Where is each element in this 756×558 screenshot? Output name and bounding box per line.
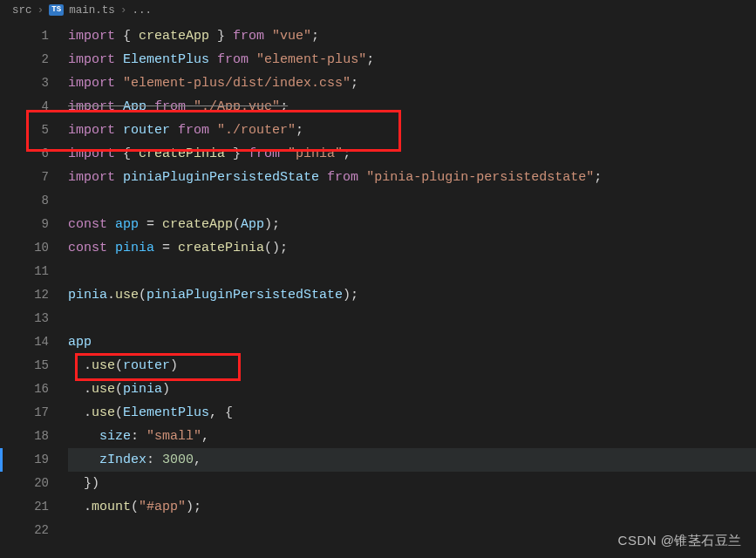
code-token	[115, 76, 123, 91]
code-token: 3000	[162, 453, 194, 467]
code-token: import	[68, 76, 115, 91]
code-token: .	[68, 358, 92, 373]
code-line[interactable]: .mount("#app");	[68, 495, 756, 519]
code-token: "element-plus/dist/index.css"	[123, 76, 351, 91]
code-token: :	[131, 429, 146, 444]
code-token: from	[233, 29, 264, 44]
code-token: (	[139, 288, 146, 303]
code-line[interactable]: .use(ElementPlus, {	[68, 401, 756, 425]
line-number: 4	[0, 95, 68, 119]
code-token	[68, 429, 99, 444]
line-number: 2	[0, 48, 68, 71]
code-token: {	[115, 29, 139, 44]
code-editor[interactable]: 12345678910111213141516171819202122 impo…	[0, 21, 756, 542]
code-line[interactable]: pinia.use(piniaPluginPersistedState);	[68, 283, 756, 307]
code-token: ;	[366, 52, 374, 67]
line-number: 3	[0, 71, 68, 95]
code-token: use	[115, 288, 139, 303]
code-token: import	[68, 99, 115, 114]
code-token: createApp	[139, 29, 209, 44]
ts-badge-icon: TS	[49, 4, 64, 16]
code-line[interactable]: .use(router)	[68, 354, 756, 378]
code-token: createPinia	[178, 241, 264, 255]
line-number: 7	[0, 166, 68, 189]
line-number: 12	[0, 283, 68, 307]
code-token	[115, 99, 123, 114]
breadcrumb[interactable]: src › TS main.ts › ...	[0, 0, 756, 21]
code-token: import	[68, 29, 115, 44]
code-token: import	[68, 52, 115, 67]
code-line[interactable]: import "element-plus/dist/index.css";	[68, 71, 756, 95]
line-number: 13	[0, 307, 68, 330]
line-number: 8	[0, 189, 68, 213]
code-area[interactable]: import { createApp } from "vue";import E…	[68, 24, 756, 542]
code-token: , {	[209, 405, 233, 420]
code-token	[115, 123, 123, 138]
code-token: (	[115, 358, 123, 373]
code-line[interactable]	[68, 260, 756, 283]
code-token: "pinia"	[288, 146, 343, 161]
code-token: ;	[296, 123, 303, 138]
breadcrumb-trail[interactable]: ...	[132, 4, 152, 17]
code-line[interactable]: const pinia = createPinia();	[68, 236, 756, 260]
chevron-right-icon: ›	[37, 3, 44, 17]
code-line[interactable]: .use(pinia)	[68, 378, 756, 401]
code-line[interactable]: import { createApp } from "vue";	[68, 24, 756, 48]
code-line[interactable]: const app = createApp(App);	[68, 213, 756, 236]
code-line[interactable]: import { createPinia } from "pinia";	[68, 142, 756, 166]
code-token: App	[123, 99, 146, 114]
code-line[interactable]: import router from "./router";	[68, 119, 756, 142]
code-token: createPinia	[139, 146, 225, 161]
code-token: ElementPlus	[123, 52, 209, 67]
code-line[interactable]: size: "small",	[68, 425, 756, 448]
code-token: router	[123, 358, 170, 373]
code-line[interactable]	[68, 307, 756, 330]
code-token: .	[107, 288, 115, 303]
code-line[interactable]: import App from "./App.vue";	[68, 95, 756, 119]
code-token: pinia	[68, 288, 107, 303]
code-line[interactable]	[68, 189, 756, 213]
line-number: 17	[0, 401, 68, 425]
code-line[interactable]: zIndex: 3000,	[68, 448, 756, 472]
code-token	[209, 52, 217, 67]
breadcrumb-folder[interactable]: src	[12, 4, 32, 17]
code-token: })	[68, 476, 99, 491]
code-token: use	[92, 382, 115, 397]
code-token	[107, 217, 115, 232]
code-token: const	[68, 217, 107, 232]
code-token: createApp	[162, 217, 233, 232]
code-token	[68, 453, 99, 467]
code-token: (	[115, 405, 123, 420]
code-token: "./App.vue"	[194, 99, 280, 114]
code-token: mount	[92, 500, 131, 514]
code-token: (	[131, 500, 139, 514]
code-token: );	[186, 500, 201, 514]
code-token: import	[68, 170, 115, 185]
code-token: );	[264, 217, 280, 232]
code-token	[146, 99, 154, 114]
code-line[interactable]: import ElementPlus from "element-plus";	[68, 48, 756, 71]
code-token	[280, 146, 288, 161]
code-token: from	[249, 146, 280, 161]
code-token: from	[217, 52, 249, 67]
code-token: ;	[311, 29, 319, 44]
code-line[interactable]: import piniaPluginPersistedState from "p…	[68, 166, 756, 189]
code-token: (	[233, 217, 241, 232]
chevron-right-icon: ›	[120, 3, 127, 17]
code-token	[264, 29, 272, 44]
code-token	[115, 170, 123, 185]
code-line[interactable]: app	[68, 330, 756, 354]
code-token: );	[343, 288, 358, 303]
code-token: =	[154, 241, 178, 255]
code-token: "#app"	[139, 500, 186, 514]
code-token: {	[115, 146, 139, 161]
line-number: 21	[0, 495, 68, 519]
line-number: 18	[0, 425, 68, 448]
breadcrumb-file[interactable]: main.ts	[69, 4, 115, 17]
code-token: piniaPluginPersistedState	[146, 288, 343, 303]
code-token: :	[146, 453, 162, 467]
code-token: ;	[343, 146, 351, 161]
code-line[interactable]: })	[68, 472, 756, 495]
code-token: pinia	[115, 241, 154, 255]
code-token	[209, 123, 217, 138]
